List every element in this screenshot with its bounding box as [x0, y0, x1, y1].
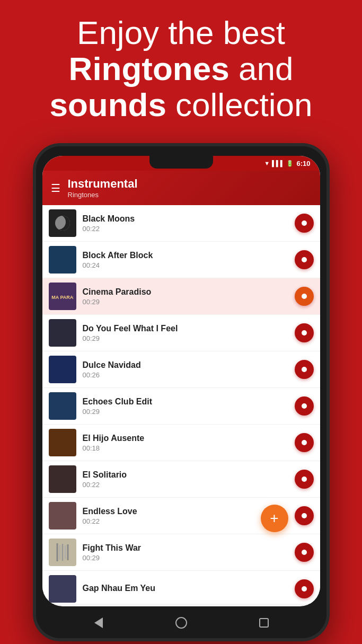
song-info: Fight This War00:29 [83, 543, 288, 562]
wifi-icon: ▼ [264, 160, 270, 166]
header-title-block: Instrumental Ringtones [68, 177, 138, 199]
song-thumbnail [49, 246, 76, 274]
song-item[interactable]: El Hijo Ausente00:18 [42, 425, 320, 461]
play-dot-icon [302, 330, 307, 336]
song-duration: 00:29 [83, 408, 288, 416]
song-item[interactable]: Echoes Club Edit00:29 [42, 388, 320, 425]
song-name: Fight This War [83, 543, 288, 553]
song-item[interactable]: Fight This War00:29 [42, 534, 320, 571]
play-dot-icon [302, 257, 307, 262]
song-duration: 00:29 [83, 298, 288, 306]
song-name: Black Moons [83, 214, 288, 224]
song-item[interactable]: CINEMA PARADISOCinema Paradiso00:29 [42, 278, 320, 315]
song-play-button[interactable] [295, 579, 314, 598]
song-info: Dulce Navidad00:26 [83, 360, 288, 379]
song-info: Gap Nhau Em Yeu [83, 584, 288, 594]
song-thumbnail [49, 465, 76, 493]
song-name: Cinema Paradiso [83, 287, 288, 297]
song-thumbnail [49, 209, 76, 237]
song-info: Do You Feel What I Feel00:29 [83, 324, 288, 342]
song-play-button[interactable] [295, 250, 314, 269]
hero-collection: collection [166, 86, 313, 123]
signal-icon: ▌▌▌ [272, 160, 284, 166]
phone-notch [149, 156, 213, 169]
song-item[interactable]: Block After Block00:24 [42, 242, 320, 278]
song-duration: 00:24 [83, 261, 288, 269]
song-info: Echoes Club Edit00:29 [83, 397, 288, 416]
song-item[interactable]: El Solitario00:22 [42, 461, 320, 498]
play-dot-icon [302, 220, 307, 226]
song-duration: 00:22 [83, 517, 288, 525]
recents-icon [259, 618, 269, 628]
svg-text:CINEMA
PARADISO: CINEMA PARADISO [51, 295, 74, 300]
song-info: Cinema Paradiso00:29 [83, 287, 288, 306]
nav-home-button[interactable] [173, 614, 190, 631]
back-icon [94, 617, 103, 628]
play-dot-icon [302, 440, 307, 445]
song-duration: 00:29 [83, 334, 288, 342]
song-duration: 00:22 [83, 225, 288, 233]
song-name: El Hijo Ausente [83, 434, 288, 443]
app-header: ☰ Instrumental Ringtones [42, 171, 320, 205]
song-play-button[interactable] [295, 543, 314, 562]
song-name: Dulce Navidad [83, 360, 288, 370]
song-play-button[interactable] [295, 470, 314, 489]
song-duration: 00:29 [83, 554, 288, 562]
song-name: Echoes Club Edit [83, 397, 288, 407]
status-icons: ▼ ▌▌▌ 🔋 [264, 160, 294, 167]
header-subtitle: Ringtones [68, 191, 138, 199]
hero-title: Enjoy the best Ringtones and sounds coll… [16, 15, 346, 123]
battery-icon: 🔋 [286, 160, 294, 167]
play-dot-icon [302, 367, 307, 372]
song-name: Do You Feel What I Feel [83, 324, 288, 333]
song-name: Gap Nhau Em Yeu [83, 584, 288, 593]
song-thumbnail [49, 502, 76, 530]
phone-nav-bar [36, 607, 326, 638]
play-dot-icon [302, 586, 307, 592]
song-play-button[interactable] [295, 287, 314, 306]
phone-frame: ▼ ▌▌▌ 🔋 6:10 ☰ Instrumental Ringtones Bl… [33, 143, 330, 641]
song-name: Block After Block [83, 251, 288, 260]
song-thumbnail [49, 429, 76, 456]
hero-section: Enjoy the best Ringtones and sounds coll… [0, 0, 362, 134]
song-thumbnail [49, 575, 76, 603]
song-name: El Solitario [83, 470, 288, 480]
song-thumbnail: CINEMA PARADISO [49, 283, 76, 310]
song-thumbnail [49, 356, 76, 383]
song-item[interactable]: Gap Nhau Em Yeu [42, 571, 320, 604]
nav-back-button[interactable] [90, 614, 107, 631]
song-play-button[interactable] [295, 214, 314, 233]
song-thumbnail [49, 319, 76, 347]
hero-and: and [229, 50, 294, 87]
home-icon [175, 617, 187, 629]
play-dot-icon [302, 513, 307, 518]
song-info: El Hijo Ausente00:18 [83, 434, 288, 452]
hero-ringtones: Ringtones [69, 50, 229, 87]
play-dot-icon [302, 477, 307, 482]
song-duration: 00:18 [83, 444, 288, 452]
menu-icon[interactable]: ☰ [51, 182, 60, 195]
song-duration: 00:26 [83, 371, 288, 379]
song-play-button[interactable] [295, 396, 314, 416]
song-thumbnail [49, 539, 76, 566]
song-duration: 00:22 [83, 481, 288, 489]
song-play-button[interactable] [295, 506, 314, 525]
song-play-button[interactable] [295, 360, 314, 379]
song-name: Endless Love [83, 507, 288, 516]
song-thumbnail [49, 392, 76, 420]
fab-add-button[interactable]: + [261, 505, 288, 532]
song-item[interactable]: Dulce Navidad00:26 [42, 351, 320, 388]
song-info: El Solitario00:22 [83, 470, 288, 489]
nav-recents-button[interactable] [255, 614, 272, 631]
play-dot-icon [302, 294, 307, 299]
hero-line1: Enjoy the best [77, 14, 285, 51]
hero-sounds: sounds [49, 86, 166, 123]
status-time: 6:10 [296, 160, 310, 167]
song-info: Endless Love00:22 [83, 507, 288, 525]
phone-screen: ▼ ▌▌▌ 🔋 6:10 ☰ Instrumental Ringtones Bl… [42, 156, 320, 606]
song-play-button[interactable] [295, 433, 314, 452]
song-play-button[interactable] [295, 323, 314, 342]
song-item[interactable]: Black Moons00:22 [42, 205, 320, 242]
song-info: Black Moons00:22 [83, 214, 288, 233]
song-item[interactable]: Do You Feel What I Feel00:29 [42, 315, 320, 351]
